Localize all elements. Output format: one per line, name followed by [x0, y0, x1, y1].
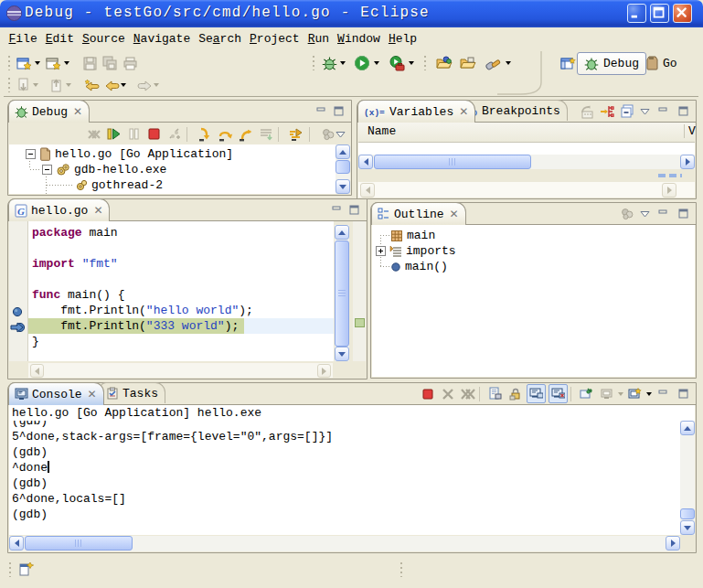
- menu-help[interactable]: Help: [384, 27, 421, 51]
- close-tab-icon[interactable]: ✕: [88, 389, 97, 400]
- suspend-button[interactable]: [125, 125, 143, 143]
- tree-item-process[interactable]: gdb-hello.exe: [42, 162, 166, 177]
- collapse-icon[interactable]: [42, 165, 52, 175]
- menu-project[interactable]: Project: [246, 27, 304, 51]
- expand-icon[interactable]: [376, 246, 386, 256]
- scrollbar-thumb[interactable]: [680, 508, 695, 519]
- editor-vscrollbar[interactable]: [335, 225, 349, 361]
- open-resource-button[interactable]: [459, 54, 477, 72]
- maximize-view-button[interactable]: [330, 102, 347, 120]
- scrollbar-thumb[interactable]: [336, 160, 350, 174]
- maximize-view-button[interactable]: [675, 385, 692, 402]
- outline-sort-button[interactable]: [618, 205, 635, 222]
- forward-dropdown[interactable]: [154, 83, 159, 90]
- menu-edit[interactable]: Edit: [41, 27, 78, 51]
- console-vscrollbar[interactable]: [680, 421, 695, 535]
- new-wizard-dropdown[interactable]: [35, 61, 40, 68]
- outline-view-menu[interactable]: [640, 210, 650, 218]
- editor-overview-ruler[interactable]: [353, 221, 366, 361]
- forward-button[interactable]: [135, 76, 154, 94]
- next-annotation-dropdown[interactable]: [33, 83, 38, 90]
- new-go-element-dropdown[interactable]: [64, 61, 69, 68]
- drop-to-frame-button[interactable]: [257, 125, 274, 143]
- minimize-view-button[interactable]: [313, 102, 330, 120]
- display-selected-console-button[interactable]: [598, 385, 615, 402]
- scroll-up-button[interactable]: [680, 421, 695, 435]
- fast-view-button[interactable]: [18, 561, 35, 577]
- scroll-up-button[interactable]: [335, 225, 349, 240]
- last-edit-location-button[interactable]: [82, 76, 101, 94]
- maximize-view-button[interactable]: [675, 102, 692, 120]
- perspective-go-button[interactable]: Go: [646, 54, 677, 72]
- back-button[interactable]: [102, 76, 121, 94]
- run-external-tools-button[interactable]: [388, 54, 406, 72]
- tab-tasks[interactable]: Tasks: [100, 382, 165, 403]
- tab-console[interactable]: Console ✕: [8, 382, 104, 405]
- debug-tree-vscrollbar[interactable]: [336, 144, 350, 194]
- previous-annotation-dropdown[interactable]: [66, 83, 71, 90]
- scrollbar-thumb[interactable]: [374, 155, 531, 169]
- pin-console-button[interactable]: [578, 385, 595, 402]
- close-tab-icon[interactable]: ✕: [93, 205, 102, 216]
- run-dropdown[interactable]: [374, 61, 379, 68]
- open-console-button[interactable]: [626, 385, 644, 402]
- previous-annotation-button[interactable]: [48, 76, 66, 94]
- remove-all-terminated-button[interactable]: [85, 125, 102, 143]
- terminate-button[interactable]: [145, 125, 163, 143]
- debug-button[interactable]: [320, 54, 338, 72]
- run-button[interactable]: [353, 54, 371, 72]
- console-terminate-button[interactable]: [419, 385, 436, 402]
- scroll-left-button[interactable]: [30, 364, 44, 378]
- scroll-down-button[interactable]: [336, 179, 350, 194]
- disconnect-button[interactable]: [165, 125, 183, 143]
- tab-outline[interactable]: Outline ✕: [371, 202, 466, 225]
- column-name[interactable]: Name: [367, 124, 396, 138]
- show-stdout-button[interactable]: [527, 384, 546, 403]
- status-drag-handle[interactable]: [9, 562, 11, 577]
- maximize-view-button[interactable]: [346, 201, 363, 219]
- clear-console-button[interactable]: [486, 385, 504, 402]
- open-go-package-button[interactable]: [435, 54, 453, 72]
- variables-detail-pane[interactable]: [358, 182, 695, 198]
- print-button[interactable]: [121, 54, 139, 72]
- run-external-tools-dropdown[interactable]: [409, 61, 414, 68]
- editor-code-area[interactable]: package main import "fmt" func main() { …: [28, 221, 334, 361]
- tab-breakpoints[interactable]: Breakpoints: [460, 100, 568, 121]
- resume-button[interactable]: [105, 125, 122, 143]
- step-over-button[interactable]: [217, 125, 234, 143]
- debug-dropdown[interactable]: [340, 61, 346, 68]
- show-logical-structure-button[interactable]: [598, 102, 615, 120]
- toolbar-drag-handle[interactable]: [313, 56, 314, 70]
- editor-annotation-ruler[interactable]: [9, 221, 28, 361]
- menu-window[interactable]: Window: [334, 27, 385, 51]
- scrollbar-thumb[interactable]: [335, 241, 349, 347]
- menu-navigate[interactable]: Navigate: [129, 27, 194, 51]
- outline-item-main-func[interactable]: main(): [390, 259, 448, 274]
- scroll-left-button[interactable]: [9, 536, 24, 551]
- save-button[interactable]: [80, 54, 99, 72]
- scroll-down-button[interactable]: [680, 520, 695, 535]
- scroll-right-button[interactable]: [666, 536, 680, 551]
- maximize-view-button[interactable]: [675, 205, 692, 222]
- tree-item-thread-partial[interactable]: [75, 193, 88, 194]
- open-console-dropdown[interactable]: [646, 392, 652, 399]
- new-go-element-button[interactable]: [44, 54, 62, 72]
- tab-hello-go[interactable]: G hello.go ✕: [8, 198, 110, 221]
- minimize-view-button[interactable]: [328, 201, 346, 219]
- instruction-pointer-icon[interactable]: [10, 322, 27, 333]
- scroll-right-button[interactable]: [662, 183, 676, 198]
- scroll-left-button[interactable]: [360, 183, 375, 198]
- minimize-view-button[interactable]: [655, 205, 672, 222]
- variables-view-menu[interactable]: [640, 108, 650, 115]
- title-bar[interactable]: Debug - testGo/src/cmd/hello.go - Eclips…: [0, 0, 703, 27]
- tab-debug[interactable]: Debug ✕: [8, 100, 90, 123]
- open-perspective-button[interactable]: [559, 54, 578, 72]
- save-all-button[interactable]: [101, 54, 119, 72]
- outline-item-imports[interactable]: imports: [376, 243, 456, 259]
- tree-item-launch[interactable]: hello.go [Go Application]: [26, 146, 233, 162]
- search-dropdown[interactable]: [506, 61, 511, 68]
- step-return-button[interactable]: [237, 125, 254, 143]
- maximize-button[interactable]: [650, 4, 669, 23]
- use-step-filters-button[interactable]: [288, 125, 305, 143]
- breakpoint-icon[interactable]: [12, 306, 23, 317]
